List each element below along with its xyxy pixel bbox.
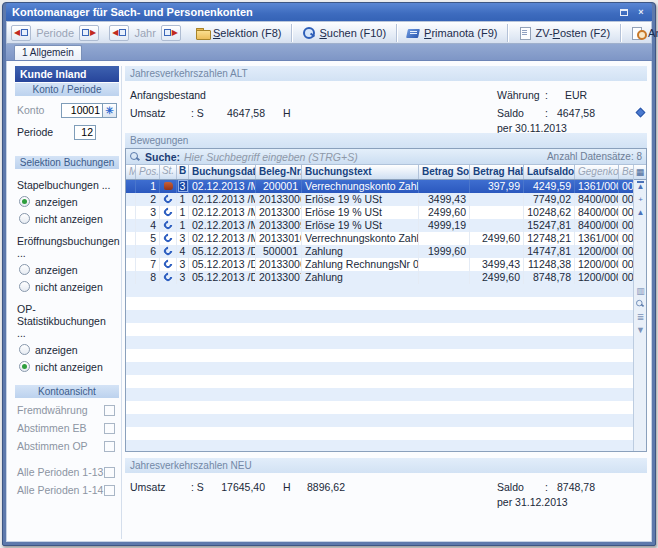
scroll-to-top-icon[interactable]: ▲ [634,180,647,193]
toolbar-button-zv-posten[interactable]: ZV-Posten (F2) [513,25,615,41]
empty-row [126,375,646,388]
jahr-label: Jahr [134,27,155,39]
empty-row [126,427,646,440]
radio-icon [19,196,30,207]
cell-text: Zahlung RechnungsNr 0815 [302,258,419,271]
close-button[interactable]: × [634,6,648,18]
add-row-icon[interactable]: + [634,193,647,206]
periode-label: Periode [17,126,74,138]
toolbar-button-primanota[interactable]: Primanota (F9) [402,25,502,41]
column-header-buchungstext[interactable]: Buchungstext [302,165,419,179]
checkbox-label: Abstimmen OP [17,440,104,452]
radio-option-2-1[interactable]: nicht anzeigen [19,360,117,373]
jahr-next-button[interactable]: ▶ [161,25,181,41]
radio-option-0-0[interactable]: anzeigen [19,195,117,208]
table-row[interactable]: 8305.12.2013 /Do20133007Zahlung2499,6087… [126,271,646,284]
column-header-st[interactable]: St. [160,165,177,179]
empty-row [126,401,646,414]
scroll-up-icon[interactable]: ▲ [634,206,647,219]
column-header-belegnr[interactable]: Beleg-Nr. [256,165,302,179]
toolbar-button-ansicht[interactable]: Ansicht [626,25,658,41]
empty-row [126,414,646,427]
restore-button[interactable] [617,6,631,18]
cell-st [160,219,177,232]
checkbox-row-2[interactable]: Abstimmen OP [17,440,117,452]
column-header-laufsaldo[interactable]: Laufsaldo [524,165,575,179]
konto-input[interactable] [61,103,103,118]
cell-gegenkonto: 1200/000 [575,258,619,271]
cell-b: 1 [177,193,189,206]
umsatz-soll-value: 4647,58 [210,107,265,119]
umsatz-neu-soll-value: 17645,40 [210,481,265,493]
periode-prev-button[interactable]: ◀ [11,25,31,41]
checkbox-row-3[interactable]: Alle Perioden 1-13 [17,466,117,478]
table-row[interactable]: 2102.12.2013 /Mo20133006Erlöse 19 % USt3… [126,193,646,206]
arrow-right-icon: ▶ [172,29,178,37]
cell-laufsaldo: 11248,38 [524,258,575,271]
cell-pos: 8 [136,271,160,284]
radio-icon [19,264,30,275]
umsatz-neu-prefix: : S [191,481,204,493]
radio-option-1-1[interactable]: nicht anzeigen [19,280,117,293]
alt-fields: Anfangsbestand : Umsatz : S 4647,58 H Wä… [125,81,647,133]
cell-m [126,206,136,219]
cell-pos: 3 [136,206,160,219]
column-header-b[interactable]: B [177,165,189,179]
toolbar-button-suchen[interactable]: Suchen (F10) [297,25,391,41]
neu-fields: Umsatz : S 17645,40 H 8896,62 Saldo : 87… [125,473,647,529]
summary-icon[interactable]: ≣ [634,311,647,324]
cell-datum: 02.12.2013 /Mo [189,180,256,193]
search-input[interactable]: Hier Suchbegriff eingeben (STRG+S) [184,151,543,163]
table-row[interactable]: 5302.12.2013 /Mo20133010Verrechnungskont… [126,232,646,245]
empty-row [126,284,646,297]
column-header-m[interactable]: M [126,165,136,179]
jahr-prev-button[interactable]: ◀ [109,25,129,41]
section-bewegungen: Bewegungen [125,133,647,148]
cell-gegenkonto: 8400/000 [575,206,619,219]
radio-group-label-0: Stapelbuchungen ... [17,179,117,191]
umsatz-neu-label: Umsatz [130,481,166,493]
content-area: Kunde Inland Konto / Periode Konto ✳ Per… [6,61,652,542]
table-row[interactable]: 4102.12.2013 /Mo20133009Erlöse 19 % USt4… [126,219,646,232]
columns-icon[interactable]: ▥ [634,285,647,298]
toolbar-button-selektion[interactable]: Selektion (F8) [191,25,286,41]
filter-icon[interactable]: ▼ [634,324,647,337]
radio-option-1-0[interactable]: anzeigen [19,263,117,276]
search-icon [302,27,316,39]
column-header-buchungsdatum[interactable]: Buchungsdatum▲ [189,165,256,179]
empty-row [126,323,646,336]
radio-option-2-0[interactable]: anzeigen [19,343,117,356]
umsatz-neu-haben-label: H [283,481,291,493]
table-row[interactable]: 3102.12.2013 /Mo20133007Erlöse 19 % USt2… [126,206,646,219]
grid-search-icon[interactable] [634,298,647,311]
column-header-betraghaben[interactable]: Betrag Haben [470,165,524,179]
table-row[interactable]: 1302.12.2013 /Mo200001Verrechnungskonto … [126,180,646,193]
periode-box-icon [21,29,28,36]
checkbox-row-4[interactable]: Alle Perioden 1-14 [17,484,117,496]
toolbar: ◀ Periode ▶ ◀ Jahr ▶ Selektion (F8)Suche… [6,21,652,44]
periode-next-button[interactable]: ▶ [79,25,99,41]
checkbox-row-0[interactable]: Fremdwährung [17,404,117,416]
periode-input[interactable] [74,125,96,140]
radio-label: anzeigen [35,264,78,276]
checkbox-icon [104,423,115,434]
preview-icon [631,27,645,39]
cell-soll: 4999,19 [419,219,470,232]
column-header-gegenkonto[interactable]: Gegenkonto [575,165,619,179]
column-header-betragsoll[interactable]: Betrag Soll [419,165,470,179]
splitter-grip-icon[interactable] [636,108,646,118]
checkbox-row-1[interactable]: Abstimmen EB [17,422,117,434]
column-chooser-icon[interactable]: ▦ [634,165,646,180]
konto-lookup-button[interactable]: ✳ [103,103,117,118]
tab-allgemein[interactable]: 1 Allgemein [14,45,82,60]
column-header-pos[interactable]: Pos.▼ [136,165,160,179]
empty-row [126,362,646,375]
cell-st [160,245,177,258]
table-row[interactable]: 6405.12.2013 /Do500001Zahlung1999,601474… [126,245,646,258]
radio-option-0-1[interactable]: nicht anzeigen [19,212,117,225]
toolbar-separator [507,24,508,42]
table-row[interactable]: 7305.12.2013 /Do20133006Zahlung Rechnung… [126,258,646,271]
waehrung-value: EUR [565,89,587,101]
saldo-neu-label: Saldo [497,481,524,493]
cell-soll [419,258,470,271]
